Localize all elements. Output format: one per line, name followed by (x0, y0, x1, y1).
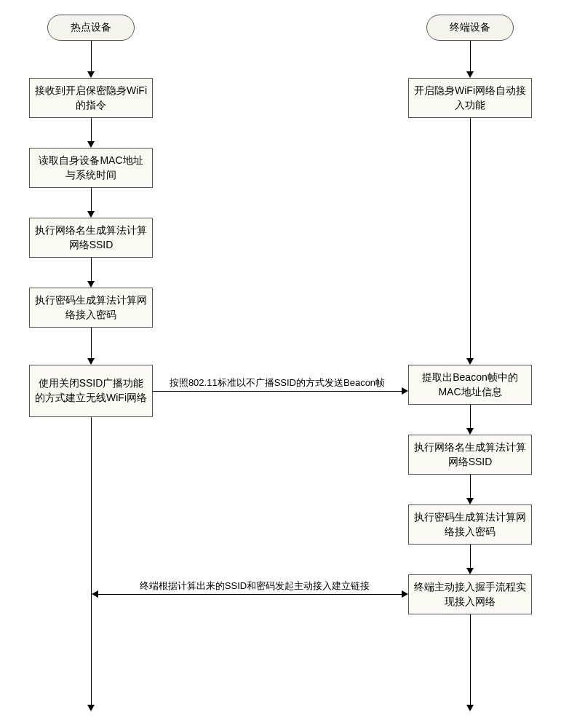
arrow (470, 405, 471, 428)
arrow (91, 41, 92, 71)
arrow (91, 188, 92, 211)
step-right-4: 执行密码生成算法计算网络接入密码 (408, 505, 532, 545)
step-left-3: 执行网络名生成算法计算网络SSID (29, 218, 153, 258)
label: 执行密码生成算法计算网络接入密码 (413, 510, 527, 539)
label: 执行网络名生成算法计算网络SSID (413, 440, 527, 469)
hotspot-device-terminator: 热点设备 (47, 15, 135, 41)
arrow (91, 417, 92, 705)
label: 执行密码生成算法计算网络接入密码 (34, 293, 148, 322)
arrow-head (466, 705, 474, 711)
label: 终端主动接入握手流程实现接入网络 (413, 580, 527, 609)
step-right-1: 开启隐身WiFi网络自动接入功能 (408, 78, 532, 118)
step-left-5: 使用关闭SSID广播功能的方式建立无线WiFi网络 (29, 365, 153, 417)
label: 提取出Beacon帧中的MAC地址信息 (413, 371, 527, 399)
arrow (470, 545, 471, 568)
label: 执行网络名生成算法计算网络SSID (34, 223, 148, 252)
label: 接收到开启保密隐身WiFi的指令 (34, 84, 148, 112)
arrow-head (87, 71, 95, 78)
flowchart: 热点设备 接收到开启保密隐身WiFi的指令 读取自身设备MAC地址与系统时间 执… (15, 15, 546, 713)
arrow-head (466, 568, 474, 574)
arrow-head (87, 358, 95, 365)
terminal-device-terminator: 终端设备 (426, 15, 514, 41)
label: 读取自身设备MAC地址与系统时间 (34, 154, 148, 182)
arrow-head (466, 358, 474, 365)
step-left-4: 执行密码生成算法计算网络接入密码 (29, 288, 153, 328)
arrow-head (402, 387, 408, 395)
handshake-arrow (98, 594, 402, 595)
label: 开启隐身WiFi网络自动接入功能 (413, 84, 527, 112)
arrow (91, 328, 92, 358)
step-right-2: 提取出Beacon帧中的MAC地址信息 (408, 365, 532, 405)
arrow-head (402, 590, 408, 598)
arrow-head (466, 71, 474, 78)
arrow-head (466, 498, 474, 505)
arrow-head (87, 705, 95, 711)
arrow-head (87, 281, 95, 288)
arrow-head (92, 590, 98, 598)
arrow (91, 258, 92, 281)
label: 终端设备 (450, 20, 490, 35)
beacon-arrow (153, 391, 402, 392)
arrow (91, 118, 92, 141)
arrow-head (87, 141, 95, 148)
arrow (470, 118, 471, 358)
arrow (470, 614, 471, 705)
arrow-head (87, 211, 95, 218)
step-right-3: 执行网络名生成算法计算网络SSID (408, 435, 532, 475)
step-left-1: 接收到开启保密隐身WiFi的指令 (29, 78, 153, 118)
label: 热点设备 (71, 20, 111, 35)
handshake-arrow-label: 终端根据计算出来的SSID和密码发起主动接入建立链接 (109, 579, 400, 593)
label: 使用关闭SSID广播功能的方式建立无线WiFi网络 (34, 376, 148, 405)
arrow (470, 41, 471, 71)
beacon-arrow-label: 按照802.11标准以不广播SSID的方式发送Beacon帧 (153, 376, 402, 389)
arrow (470, 475, 471, 498)
step-left-2: 读取自身设备MAC地址与系统时间 (29, 148, 153, 188)
arrow-head (466, 428, 474, 435)
step-right-5: 终端主动接入握手流程实现接入网络 (408, 574, 532, 614)
